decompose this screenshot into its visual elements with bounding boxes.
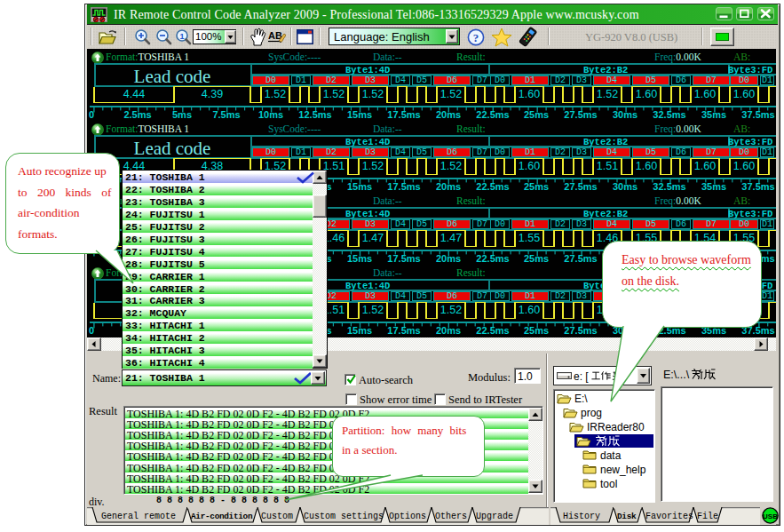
svg-text:1.60: 1.60 (636, 160, 657, 172)
svg-text:1.55: 1.55 (519, 232, 540, 244)
svg-text:Favorites: Favorites (645, 512, 693, 521)
svg-text:1.47: 1.47 (362, 232, 384, 244)
svg-text:1.52: 1.52 (362, 304, 384, 316)
svg-text:1.52: 1.52 (440, 160, 462, 172)
svg-text:1.52: 1.52 (362, 88, 384, 100)
svg-text:File: File (697, 512, 718, 521)
svg-text:Custom settings: Custom settings (304, 512, 384, 521)
svg-text:1.52: 1.52 (362, 160, 384, 172)
svg-text:Air-condition: Air-condition (191, 512, 253, 521)
svg-text:1.60: 1.60 (519, 160, 540, 172)
svg-text:1.60: 1.60 (733, 88, 755, 100)
svg-text:USB: USB (763, 512, 778, 520)
svg-text:4.44: 4.44 (123, 88, 145, 100)
svg-text:Upgrade: Upgrade (476, 512, 513, 521)
svg-text:History: History (563, 512, 600, 521)
svg-text:Options: Options (389, 512, 426, 521)
svg-text:4.39: 4.39 (202, 88, 223, 100)
svg-text:1.60: 1.60 (636, 88, 657, 100)
svg-text:1.60: 1.60 (694, 88, 716, 100)
svg-text:1.52: 1.52 (440, 88, 462, 100)
svg-text:1.52: 1.52 (265, 88, 286, 100)
svg-text:1.60: 1.60 (519, 304, 540, 316)
svg-text:1.60: 1.60 (519, 88, 540, 100)
svg-text:1.52: 1.52 (597, 88, 618, 100)
svg-text:Others: Others (435, 512, 467, 521)
svg-text:?: ? (473, 31, 479, 44)
svg-text:General remote: General remote (101, 512, 176, 521)
svg-text:Disk: Disk (617, 512, 637, 521)
svg-text:Custom: Custom (261, 512, 293, 521)
svg-text:1.47: 1.47 (440, 232, 462, 244)
svg-text:1.52: 1.52 (323, 88, 344, 100)
svg-text:1.60: 1.60 (733, 160, 755, 172)
svg-text:1.60: 1.60 (694, 160, 716, 172)
svg-text:1.51: 1.51 (597, 160, 618, 172)
svg-text:1.52: 1.52 (440, 304, 462, 316)
svg-text:1: 1 (179, 32, 184, 41)
